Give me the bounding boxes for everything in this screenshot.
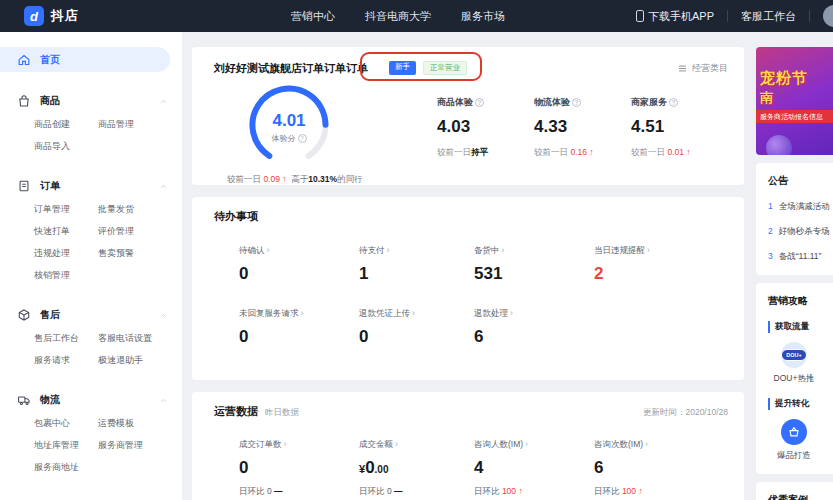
sidebar-item[interactable]: 服务商地址 xyxy=(34,456,98,478)
chevron-right-icon: › xyxy=(267,245,270,255)
score-metrics: 商品体验? 4.03 较前一日持平 物流体验? 4.33 较前一日 0.16 ↑… xyxy=(426,84,728,186)
section-label: 获取流量 xyxy=(768,321,833,333)
question-circle-icon[interactable]: ? xyxy=(572,98,581,107)
chevron-right-icon: › xyxy=(502,245,505,255)
topbar-right: 下载手机APP 客服工作台 xyxy=(636,5,833,27)
question-circle-icon[interactable]: ? xyxy=(475,98,484,107)
phone-icon xyxy=(636,10,644,22)
todo-card: 待办事项 待确认› 0 待支付› 1 备货中› 531 当日违规提醒› 2 xyxy=(192,197,744,380)
flat-trend-icon: — xyxy=(394,486,403,496)
sidebar-item[interactable]: 客服电话设置 xyxy=(98,327,182,349)
ops-item-consult-count[interactable]: 咨询次数(IM)› 6 日环比 100 ↑ xyxy=(594,439,728,498)
sidebar-item[interactable]: 商品管理 xyxy=(98,113,182,135)
sidebar-item[interactable]: 服务请求 xyxy=(34,349,98,371)
banner-strip-text: 服务商活动报名信息 xyxy=(756,110,833,123)
sidebar-group-aftersale-header[interactable]: 售后 xyxy=(0,303,182,327)
truck-icon xyxy=(17,393,31,407)
chevron-right-icon: › xyxy=(510,308,513,318)
question-circle-icon[interactable]: ? xyxy=(298,134,307,143)
sidebar-group-goods-header[interactable]: 商品 xyxy=(0,89,182,113)
todo-item-pending-confirm[interactable]: 待确认› 0 xyxy=(239,245,359,284)
todo-item-refund-voucher[interactable]: 退款凭证上传› 0 xyxy=(359,308,474,347)
sidebar-item[interactable]: 违规处理 xyxy=(34,242,98,264)
cases-card: 优秀案例 xyxy=(756,482,833,500)
sidebar-item[interactable]: 商品导入 xyxy=(34,135,98,157)
sidebar-item[interactable]: 售卖预警 xyxy=(98,242,182,264)
sidebar-group-orders-header[interactable]: 订单 xyxy=(0,174,182,198)
updated-timestamp: 更新时间：2020/10/28 xyxy=(643,407,728,419)
sidebar-item[interactable]: 运费模板 xyxy=(98,412,182,434)
sidebar-item[interactable]: 售后工作台 xyxy=(34,327,98,349)
marketing-section-conversion: 提升转化 爆品打造 xyxy=(768,398,833,462)
banner-title-line2: 南 xyxy=(760,89,773,107)
announcements-title: 公告 xyxy=(768,174,833,188)
sidebar-group-data: 数据 xyxy=(0,495,182,500)
hot-product-builder[interactable]: 爆品打造 xyxy=(768,419,820,462)
question-circle-icon[interactable]: ? xyxy=(669,98,678,107)
todo-item-refund-processing[interactable]: 退款处理› 6 xyxy=(474,308,594,347)
ops-item-consult-users[interactable]: 咨询人数(IM)› 4 日环比 100 ↑ xyxy=(474,439,594,498)
up-arrow-icon: ↑ xyxy=(518,486,522,496)
sidebar-home-label: 首页 xyxy=(40,53,60,67)
sidebar-item-home[interactable]: 首页 xyxy=(0,47,170,72)
sidebar-group-data-header[interactable]: 数据 xyxy=(0,495,182,500)
promo-banner[interactable]: 宠粉节 南 服务商活动报名信息 xyxy=(756,47,833,155)
newbie-badge: 新手 xyxy=(389,61,416,75)
douyin-shop-logo-icon: d xyxy=(24,6,44,26)
sidebar: 首页 商品 商品创建 商品管理 商品导入 订单 订单管理 批量发货 xyxy=(0,32,182,500)
experience-score-gauge: 4.01 体验分? 较前一日 0.09 ↑ 高于10.31%的同行 xyxy=(214,84,426,186)
ops-item-gmv[interactable]: 成交金额› ¥0.00 日环比 0 — xyxy=(359,439,474,498)
metric-merchant-service: 商家服务? 4.51 较前一日 0.01 ↑ xyxy=(631,96,728,186)
sidebar-group-aftersale: 售后 售后工作台 客服电话设置 服务请求 极速退助手 xyxy=(0,303,182,371)
marketing-title: 营销攻略 xyxy=(768,294,833,308)
chevron-up-icon[interactable] xyxy=(159,97,168,106)
sidebar-item[interactable]: 商品创建 xyxy=(34,113,98,135)
todo-item-pending-payment[interactable]: 待支付› 1 xyxy=(359,245,474,284)
group-label: 订单 xyxy=(40,179,60,193)
sidebar-item[interactable]: 服务商管理 xyxy=(98,434,182,456)
todo-item-violation-alert[interactable]: 当日违规提醒› 2 xyxy=(594,245,728,284)
sidebar-item[interactable]: 极速退助手 xyxy=(98,349,182,371)
logo[interactable]: d 抖店 xyxy=(24,6,79,26)
up-arrow-icon: ↑ xyxy=(282,174,286,184)
category-link[interactable]: 经营类目 xyxy=(677,62,728,75)
planet-decoration xyxy=(766,135,792,155)
sidebar-item[interactable]: 批量发货 xyxy=(98,198,182,220)
user-avatar[interactable] xyxy=(823,5,833,27)
divider xyxy=(809,10,810,22)
chevron-up-icon[interactable] xyxy=(159,311,168,320)
sidebar-item[interactable]: 地址库管理 xyxy=(34,434,98,456)
announcement-item[interactable]: 3备战“11.11” xyxy=(768,251,833,263)
sidebar-item[interactable]: 包裹中心 xyxy=(34,412,98,434)
sidebar-item[interactable]: 评价管理 xyxy=(98,220,182,242)
nav-marketing-center[interactable]: 营销中心 xyxy=(291,9,335,24)
chevron-right-icon: › xyxy=(301,308,304,318)
store-badges: 新手 正常营业 xyxy=(389,61,467,75)
sidebar-item[interactable]: 快速打单 xyxy=(34,220,98,242)
operations-title: 运营数据 xyxy=(214,404,258,419)
flat-trend-icon: — xyxy=(274,486,283,496)
ops-item-order-count[interactable]: 成交订单数› 0 日环比 0 — xyxy=(239,439,359,498)
sidebar-item[interactable]: 订单管理 xyxy=(34,198,98,220)
todo-item-unreplied-requests[interactable]: 未回复服务请求› 0 xyxy=(239,308,359,347)
sidebar-group-orders: 订单 订单管理 批量发货 快速打单 评价管理 违规处理 售卖预警 核销管理 xyxy=(0,174,182,286)
chevron-up-icon[interactable] xyxy=(159,396,168,405)
chevron-up-icon[interactable] xyxy=(159,182,168,191)
announcement-item[interactable]: 2好物秒杀专场 xyxy=(768,226,833,238)
package-icon xyxy=(17,308,31,322)
download-app-link[interactable]: 下载手机APP xyxy=(636,9,714,24)
group-label: 商品 xyxy=(40,94,60,108)
announcement-item[interactable]: 1全场满减活动 xyxy=(768,201,833,213)
dou-plus-promo[interactable]: DOU+ DOU+热推 xyxy=(768,342,820,385)
sidebar-item[interactable]: 核销管理 xyxy=(34,264,98,286)
up-arrow-icon: ↑ xyxy=(638,486,642,496)
support-workbench-link[interactable]: 客服工作台 xyxy=(741,9,796,24)
nav-ecommerce-university[interactable]: 抖音电商大学 xyxy=(365,9,431,24)
nav-service-market[interactable]: 服务市场 xyxy=(461,9,505,24)
announcements-card: 公告 1全场满减活动 2好物秒杀专场 3备战“11.11” xyxy=(756,163,833,275)
sidebar-group-logistics-header[interactable]: 物流 xyxy=(0,388,182,412)
marketing-section-traffic: 获取流量 DOU+ DOU+热推 xyxy=(768,321,833,385)
chevron-right-icon: › xyxy=(645,439,648,449)
todo-item-stocking[interactable]: 备货中› 531 xyxy=(474,245,594,284)
group-label: 物流 xyxy=(40,393,60,407)
